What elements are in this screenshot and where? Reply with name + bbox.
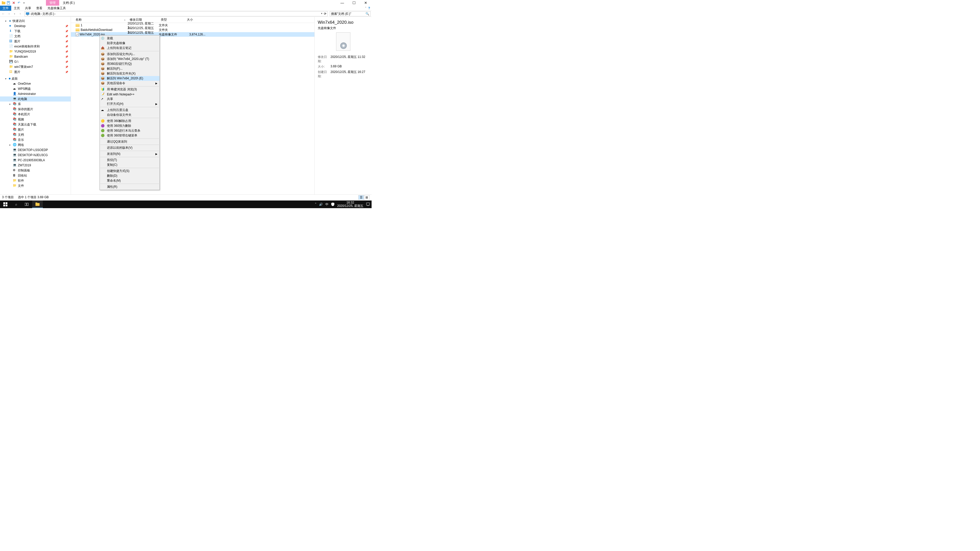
nav-net-item[interactable]: 💻ZMT2019 xyxy=(0,163,71,168)
context-menu-item[interactable]: 🟢使用 360进行木马云查杀 xyxy=(100,128,159,133)
context-menu-item[interactable]: 🟣使用 360强力删除 xyxy=(100,124,159,128)
nav-quick-access[interactable]: ▾★快速访问 xyxy=(0,18,71,24)
nav-net-item[interactable]: 💻DESKTOP-NJEU3CG xyxy=(0,152,71,158)
history-dropdown[interactable]: ▾ xyxy=(12,11,17,16)
col-size[interactable]: 大小 xyxy=(185,17,207,23)
context-menu-item[interactable]: 📤上传到有道云笔记 xyxy=(100,46,159,51)
context-menu-item[interactable]: 📝Edit with Notepad++ xyxy=(100,92,159,97)
context-menu-item[interactable]: 属性(R) xyxy=(100,184,159,189)
nav-desktop-item[interactable]: 🗑回收站 xyxy=(0,173,71,178)
context-menu-item[interactable]: 通过QQ发送到 xyxy=(100,139,159,144)
nav-quick-item[interactable]: 📁Bandicam📌 xyxy=(0,54,71,59)
delete-icon[interactable]: ✕ xyxy=(12,1,16,5)
context-menu-item[interactable]: 📦添加到压缩文件(A)... xyxy=(100,52,159,57)
details-view-button[interactable]: ☰ xyxy=(358,195,364,200)
context-menu-item[interactable]: 📦解压到当前文件夹(X) xyxy=(100,71,159,76)
context-menu-item[interactable]: 剪切(T) xyxy=(100,158,159,162)
ribbon-iso-tools[interactable]: 光盘映像工具 xyxy=(45,6,68,11)
nav-desktop[interactable]: ▾■桌面 xyxy=(0,76,71,81)
chevron-right-icon[interactable]: › xyxy=(30,13,30,15)
context-menu-item[interactable]: 📦用360压缩打开(Q) xyxy=(100,62,159,66)
task-view-button[interactable] xyxy=(21,200,32,208)
context-menu-item[interactable]: 刻录光盘映像 xyxy=(100,41,159,46)
nav-lib-item[interactable]: 📚文档 xyxy=(0,132,71,137)
chevron-right-icon[interactable]: › xyxy=(41,13,41,15)
nav-desktop-item[interactable]: ⚙控制面板 xyxy=(0,168,71,173)
nav-quick-item[interactable]: 🖼图片📌 xyxy=(0,39,71,44)
refresh-icon[interactable]: ⟳ xyxy=(324,12,326,16)
context-menu-item[interactable]: 📦解压到 Win7x64_2020\ (E) xyxy=(100,76,159,81)
search-input[interactable]: 搜索"文档 (E:)" 🔍 xyxy=(330,11,371,16)
nav-quick-item[interactable]: 💾G:\📌 xyxy=(0,59,71,64)
properties-icon[interactable] xyxy=(6,1,11,5)
context-menu-item[interactable]: ☁上传到百度云盘 xyxy=(100,108,159,113)
breadcrumb-docs[interactable]: 文档 (E:) xyxy=(42,12,54,16)
nav-quick-item[interactable]: 🖼图片📌 xyxy=(0,69,71,75)
addr-dropdown-icon[interactable]: ▾ xyxy=(321,12,322,16)
ime-indicator[interactable]: 中 xyxy=(325,202,328,206)
nav-desktop-item[interactable]: ☁OneDrive xyxy=(0,81,71,86)
search-button[interactable]: ⌕ xyxy=(11,200,21,208)
nav-lib-item[interactable]: 📚视频 xyxy=(0,117,71,122)
context-menu-item[interactable]: ↗共享 xyxy=(100,97,159,102)
security-icon[interactable] xyxy=(331,202,334,206)
ribbon-expand-icon[interactable]: ˇ xyxy=(365,6,366,10)
search-icon[interactable]: 🔍 xyxy=(366,12,369,16)
nav-net-item[interactable]: 💻DESKTOP-LSSOEDP xyxy=(0,148,71,152)
maximize-button[interactable]: ☐ xyxy=(348,0,360,6)
nav-network[interactable]: ▾🌐网络 xyxy=(0,142,71,148)
nav-quick-item[interactable]: 📁YUNQISHI2019📌 xyxy=(0,49,71,54)
ribbon-view[interactable]: 查看 xyxy=(34,6,45,11)
chevron-right-icon[interactable]: › xyxy=(55,13,56,15)
forward-button[interactable]: → xyxy=(6,11,11,16)
nav-net-item[interactable]: 💻PC-20190530OBLA xyxy=(0,158,71,163)
context-menu-item[interactable]: 发送到(N)▶ xyxy=(100,151,159,156)
notifications-icon[interactable] xyxy=(366,202,370,206)
nav-desktop-item[interactable]: ☁WPS网盘 xyxy=(0,86,71,91)
nav-lib-item[interactable]: 📚本机照片 xyxy=(0,112,71,117)
col-type[interactable]: 类型 xyxy=(159,17,185,23)
nav-desktop-item[interactable]: 📁软件 xyxy=(0,178,71,183)
nav-lib-item[interactable]: 📚保存的图片 xyxy=(0,106,71,112)
context-menu-item[interactable]: 重命名(M) xyxy=(100,178,159,183)
back-button[interactable]: ← xyxy=(1,11,6,16)
up-button[interactable]: ↑ xyxy=(18,11,22,16)
col-name[interactable]: 名称▴ xyxy=(71,17,127,23)
ribbon-file[interactable]: 文件 xyxy=(0,6,11,11)
context-menu-item[interactable]: 🟢使用 360管理右键菜单 xyxy=(100,133,159,138)
nav-quick-item[interactable]: 📄文档📌 xyxy=(0,34,71,39)
context-menu-item[interactable]: 📦解压到(F)... xyxy=(100,66,159,71)
nav-desktop-item[interactable]: 💻此电脑 xyxy=(0,97,71,102)
ribbon-home[interactable]: 主页 xyxy=(11,6,22,11)
start-button[interactable] xyxy=(0,200,11,208)
clock[interactable]: 16:322020/12/25, 星期五 xyxy=(337,201,363,208)
qat-dropdown-icon[interactable]: ▾ xyxy=(22,1,26,5)
tray-up-icon[interactable]: ˄ xyxy=(315,203,317,206)
volume-icon[interactable]: 🔊 xyxy=(319,203,323,206)
context-menu-item[interactable]: 🔰用 蜂蜜浏览器 浏览(3) xyxy=(100,87,159,92)
context-menu-item[interactable]: 💿装载 xyxy=(100,36,159,41)
undo-icon[interactable]: ↶ xyxy=(17,1,21,5)
context-menu-item[interactable]: 🟡使用 360解除占用 xyxy=(100,119,159,124)
icons-view-button[interactable]: ⊞ xyxy=(364,195,369,200)
context-menu-item[interactable]: 📦添加到 "Win7x64_2020.zip" (T) xyxy=(100,57,159,62)
address-path[interactable]: › 此电脑 › 文档 (E:) › ▾ ⟳ xyxy=(24,11,328,16)
nav-lib-item[interactable]: 📚图片 xyxy=(0,127,71,132)
file-row[interactable]: 12020/12/15, 星期二 1...文件夹 xyxy=(71,23,314,27)
context-menu-item[interactable]: 删除(D) xyxy=(100,173,159,178)
context-menu-item[interactable]: 创建快捷方式(S) xyxy=(100,168,159,173)
nav-desktop-item[interactable]: 👤Administrator xyxy=(0,91,71,97)
context-menu-item[interactable]: 📦其他压缩命令▶ xyxy=(100,81,159,86)
nav-quick-item[interactable]: ■Desktop📌 xyxy=(0,24,71,29)
context-menu-item[interactable]: 复制(C) xyxy=(100,162,159,167)
nav-quick-item[interactable]: 📁win7重装win7📌 xyxy=(0,64,71,69)
nav-quick-item[interactable]: ⬇下载📌 xyxy=(0,29,71,34)
help-icon[interactable]: ? xyxy=(368,6,370,10)
context-menu-item[interactable]: 还原以前的版本(V) xyxy=(100,145,159,150)
nav-desktop-item[interactable]: 📁文件 xyxy=(0,183,71,188)
minimize-button[interactable]: — xyxy=(336,0,348,6)
nav-lib-item[interactable]: 📚天翼云盘下载 xyxy=(0,122,71,127)
ribbon-share[interactable]: 共享 xyxy=(22,6,34,11)
explorer-taskbar-button[interactable] xyxy=(32,200,43,208)
file-row[interactable]: BaiduNetdiskDownload2020/12/25, 星期五 1...… xyxy=(71,27,314,32)
